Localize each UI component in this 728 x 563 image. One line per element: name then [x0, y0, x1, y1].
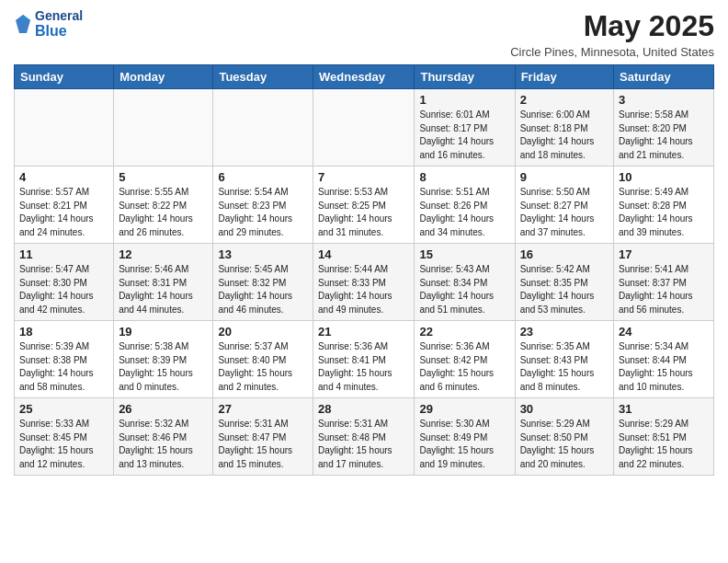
svg-marker-1 — [23, 15, 30, 20]
calendar-cell: 1Sunrise: 6:01 AMSunset: 8:17 PMDaylight… — [415, 89, 515, 167]
day-number: 11 — [19, 247, 108, 261]
day-number: 28 — [318, 402, 409, 416]
calendar-cell: 15Sunrise: 5:43 AMSunset: 8:34 PMDayligh… — [415, 244, 515, 321]
calendar-cell: 5Sunrise: 5:55 AMSunset: 8:22 PMDaylight… — [114, 167, 213, 244]
week-row-4: 18Sunrise: 5:39 AMSunset: 8:38 PMDayligh… — [15, 321, 714, 398]
day-number: 8 — [419, 170, 509, 184]
day-number: 23 — [520, 325, 609, 339]
weekday-header-thursday: Thursday — [415, 65, 515, 89]
day-number: 1 — [419, 93, 509, 107]
weekday-header-monday: Monday — [114, 65, 213, 89]
logo-icon — [14, 13, 32, 35]
day-number: 6 — [218, 170, 308, 184]
weekday-header-saturday: Saturday — [614, 65, 714, 89]
day-info: Sunrise: 5:41 AMSunset: 8:37 PMDaylight:… — [619, 263, 709, 316]
calendar-cell: 24Sunrise: 5:34 AMSunset: 8:44 PMDayligh… — [614, 321, 714, 398]
day-info: Sunrise: 5:50 AMSunset: 8:27 PMDaylight:… — [520, 186, 609, 239]
day-number: 31 — [619, 402, 709, 416]
day-number: 7 — [318, 170, 409, 184]
day-number: 4 — [19, 170, 108, 184]
weekday-header-row: SundayMondayTuesdayWednesdayThursdayFrid… — [15, 65, 714, 89]
calendar-cell: 21Sunrise: 5:36 AMSunset: 8:41 PMDayligh… — [313, 321, 415, 398]
day-number: 24 — [619, 325, 709, 339]
day-info: Sunrise: 5:32 AMSunset: 8:46 PMDaylight:… — [119, 418, 208, 471]
day-number: 16 — [520, 247, 609, 261]
day-number: 15 — [419, 247, 509, 261]
header: General Blue May 2025 Circle Pines, Minn… — [14, 9, 714, 59]
day-info: Sunrise: 5:39 AMSunset: 8:38 PMDaylight:… — [19, 340, 108, 394]
calendar-cell: 17Sunrise: 5:41 AMSunset: 8:37 PMDayligh… — [614, 244, 714, 321]
day-info: Sunrise: 5:31 AMSunset: 8:48 PMDaylight:… — [318, 418, 409, 471]
week-row-2: 4Sunrise: 5:57 AMSunset: 8:21 PMDaylight… — [15, 167, 714, 244]
weekday-header-wednesday: Wednesday — [313, 65, 415, 89]
day-number: 9 — [520, 170, 609, 184]
calendar-cell: 6Sunrise: 5:54 AMSunset: 8:23 PMDaylight… — [213, 167, 313, 244]
day-info: Sunrise: 5:51 AMSunset: 8:26 PMDaylight:… — [419, 186, 509, 239]
week-row-1: 1Sunrise: 6:01 AMSunset: 8:17 PMDaylight… — [15, 89, 714, 167]
calendar-cell: 2Sunrise: 6:00 AMSunset: 8:18 PMDaylight… — [515, 89, 613, 167]
day-info: Sunrise: 5:30 AMSunset: 8:49 PMDaylight:… — [419, 418, 509, 471]
day-number: 21 — [318, 325, 409, 339]
day-number: 27 — [218, 402, 308, 416]
calendar-cell — [15, 89, 114, 167]
calendar-cell: 23Sunrise: 5:35 AMSunset: 8:43 PMDayligh… — [515, 321, 613, 398]
calendar-cell: 14Sunrise: 5:44 AMSunset: 8:33 PMDayligh… — [313, 244, 415, 321]
calendar-cell: 11Sunrise: 5:47 AMSunset: 8:30 PMDayligh… — [15, 244, 114, 321]
weekday-header-tuesday: Tuesday — [213, 65, 313, 89]
calendar-cell: 31Sunrise: 5:29 AMSunset: 8:51 PMDayligh… — [614, 398, 714, 476]
calendar-cell: 9Sunrise: 5:50 AMSunset: 8:27 PMDaylight… — [515, 167, 613, 244]
day-info: Sunrise: 6:01 AMSunset: 8:17 PMDaylight:… — [419, 109, 509, 162]
logo-text: General Blue — [35, 9, 83, 40]
calendar-cell — [213, 89, 313, 167]
week-row-3: 11Sunrise: 5:47 AMSunset: 8:30 PMDayligh… — [15, 244, 714, 321]
day-info: Sunrise: 6:00 AMSunset: 8:18 PMDaylight:… — [520, 109, 609, 162]
calendar-cell: 8Sunrise: 5:51 AMSunset: 8:26 PMDaylight… — [415, 167, 515, 244]
day-info: Sunrise: 5:45 AMSunset: 8:32 PMDaylight:… — [218, 263, 308, 316]
day-info: Sunrise: 5:53 AMSunset: 8:25 PMDaylight:… — [318, 186, 409, 239]
day-number: 12 — [119, 247, 208, 261]
calendar-cell: 18Sunrise: 5:39 AMSunset: 8:38 PMDayligh… — [15, 321, 114, 398]
calendar-cell: 30Sunrise: 5:29 AMSunset: 8:50 PMDayligh… — [515, 398, 613, 476]
calendar-cell: 25Sunrise: 5:33 AMSunset: 8:45 PMDayligh… — [15, 398, 114, 476]
calendar-cell: 10Sunrise: 5:49 AMSunset: 8:28 PMDayligh… — [614, 167, 714, 244]
week-row-5: 25Sunrise: 5:33 AMSunset: 8:45 PMDayligh… — [15, 398, 714, 476]
day-info: Sunrise: 5:36 AMSunset: 8:42 PMDaylight:… — [419, 340, 509, 394]
day-info: Sunrise: 5:42 AMSunset: 8:35 PMDaylight:… — [520, 263, 609, 316]
day-info: Sunrise: 5:29 AMSunset: 8:51 PMDaylight:… — [619, 418, 709, 471]
day-info: Sunrise: 5:29 AMSunset: 8:50 PMDaylight:… — [520, 418, 609, 471]
day-number: 18 — [19, 325, 108, 339]
day-number: 25 — [19, 402, 108, 416]
calendar-cell: 3Sunrise: 5:58 AMSunset: 8:20 PMDaylight… — [614, 89, 714, 167]
day-number: 26 — [119, 402, 208, 416]
logo-general: General — [35, 9, 83, 23]
day-info: Sunrise: 5:31 AMSunset: 8:47 PMDaylight:… — [218, 418, 308, 471]
day-info: Sunrise: 5:44 AMSunset: 8:33 PMDaylight:… — [318, 263, 409, 316]
day-info: Sunrise: 5:54 AMSunset: 8:23 PMDaylight:… — [218, 186, 308, 239]
day-info: Sunrise: 5:43 AMSunset: 8:34 PMDaylight:… — [419, 263, 509, 316]
calendar-cell — [114, 89, 213, 167]
calendar-table: SundayMondayTuesdayWednesdayThursdayFrid… — [14, 64, 714, 476]
calendar-cell: 22Sunrise: 5:36 AMSunset: 8:42 PMDayligh… — [415, 321, 515, 398]
location: Circle Pines, Minnesota, United States — [510, 45, 714, 59]
day-info: Sunrise: 5:57 AMSunset: 8:21 PMDaylight:… — [19, 186, 108, 239]
calendar-cell: 26Sunrise: 5:32 AMSunset: 8:46 PMDayligh… — [114, 398, 213, 476]
day-number: 2 — [520, 93, 609, 107]
day-number: 29 — [419, 402, 509, 416]
weekday-header-sunday: Sunday — [15, 65, 114, 89]
title-block: May 2025 Circle Pines, Minnesota, United… — [510, 9, 714, 59]
day-number: 30 — [520, 402, 609, 416]
day-info: Sunrise: 5:35 AMSunset: 8:43 PMDaylight:… — [520, 340, 609, 394]
day-number: 5 — [119, 170, 208, 184]
day-number: 3 — [619, 93, 709, 107]
day-info: Sunrise: 5:36 AMSunset: 8:41 PMDaylight:… — [318, 340, 409, 394]
day-info: Sunrise: 5:58 AMSunset: 8:20 PMDaylight:… — [619, 109, 709, 162]
day-info: Sunrise: 5:34 AMSunset: 8:44 PMDaylight:… — [619, 340, 709, 394]
day-info: Sunrise: 5:37 AMSunset: 8:40 PMDaylight:… — [218, 340, 308, 394]
day-info: Sunrise: 5:46 AMSunset: 8:31 PMDaylight:… — [119, 263, 208, 316]
day-number: 10 — [619, 170, 709, 184]
day-number: 13 — [218, 247, 308, 261]
day-number: 14 — [318, 247, 409, 261]
weekday-header-friday: Friday — [515, 65, 613, 89]
day-info: Sunrise: 5:49 AMSunset: 8:28 PMDaylight:… — [619, 186, 709, 239]
day-number: 17 — [619, 247, 709, 261]
